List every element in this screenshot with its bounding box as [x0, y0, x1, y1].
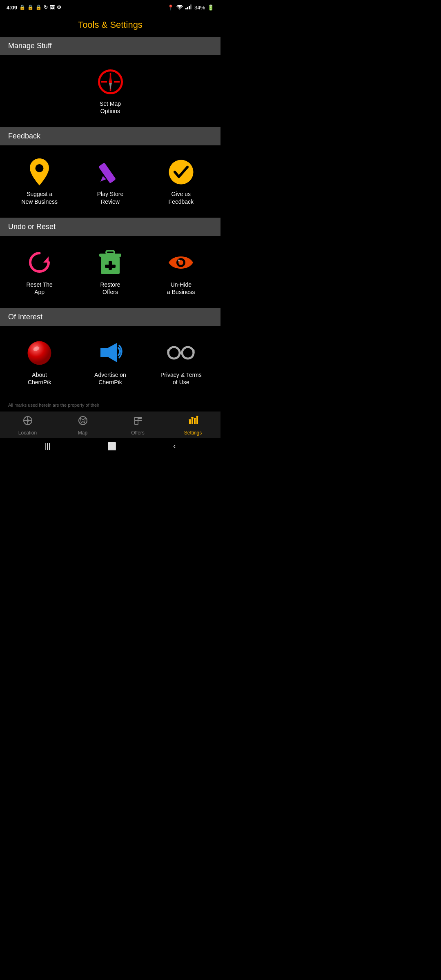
- footer-text: All marks used herein are the property o…: [8, 403, 99, 408]
- play-store-review-label: Play StoreReview: [97, 190, 124, 205]
- svg-marker-18: [43, 256, 49, 263]
- svg-rect-2: [187, 7, 188, 9]
- restore-offers-label: RestoreOffers: [100, 281, 120, 296]
- svg-rect-42: [192, 418, 193, 424]
- nav-location-label: Location: [18, 430, 37, 436]
- manage-grid: Set MapOptions: [0, 55, 220, 127]
- reset-pink-icon: [25, 248, 54, 277]
- advertise-item[interactable]: Advertise onCherriPik: [75, 334, 145, 390]
- set-map-options-item[interactable]: Set MapOptions: [4, 63, 216, 119]
- wifi-icon: [176, 4, 183, 11]
- nav-location[interactable]: Location: [0, 415, 55, 436]
- section-manage-title: Manage Stuff: [8, 42, 52, 50]
- section-reset-title: Undo or Reset: [8, 223, 56, 231]
- time: 4:09: [7, 4, 17, 11]
- svg-rect-4: [190, 4, 192, 9]
- sync-icon: ↻: [44, 4, 48, 10]
- nav-offers-label: Offers: [131, 430, 144, 436]
- back-button[interactable]: ‹: [173, 442, 176, 450]
- pencil-purple-icon: [96, 158, 125, 186]
- signal-icon: [185, 4, 192, 11]
- status-left: 4:09 🔒 🔒 🔒 ↻ 🖼 ⚙: [7, 4, 61, 11]
- svg-rect-1: [185, 8, 187, 9]
- interest-row: AboutCherriPik Advertise onCherriPik: [4, 334, 216, 390]
- nav-map-label: Map: [78, 430, 87, 436]
- reset-app-label: Reset TheApp: [26, 281, 52, 296]
- svg-rect-23: [106, 251, 114, 254]
- restore-green-icon: [96, 248, 125, 277]
- page-header: Tools & Settings: [0, 15, 220, 37]
- nav-settings[interactable]: Settings: [165, 415, 220, 436]
- play-store-review-item[interactable]: Play StoreReview: [75, 154, 145, 209]
- recents-button[interactable]: |||: [45, 442, 51, 450]
- svg-rect-46: [191, 417, 194, 418]
- svg-point-39: [79, 416, 87, 425]
- svg-marker-11: [109, 74, 112, 81]
- footer-text-area: All marks used herein are the property o…: [0, 399, 220, 412]
- svg-marker-29: [100, 343, 117, 362]
- location-nav-icon: [22, 415, 33, 428]
- svg-marker-12: [109, 83, 112, 89]
- advertise-label: Advertise onCherriPik: [94, 371, 126, 386]
- svg-point-0: [179, 8, 180, 9]
- ball-red-icon: [25, 339, 54, 367]
- svg-rect-47: [194, 418, 196, 419]
- page-title: Tools & Settings: [78, 20, 143, 30]
- svg-point-38: [27, 419, 29, 422]
- section-interest-title: Of Interest: [8, 313, 42, 321]
- bottom-nav: Location Map Offers: [0, 412, 220, 438]
- nav-map[interactable]: Map: [55, 415, 110, 436]
- settings-status-icon: ⚙: [57, 4, 61, 10]
- nav-offers[interactable]: Offers: [110, 415, 165, 436]
- restore-offers-item[interactable]: RestoreOffers: [75, 244, 145, 300]
- system-nav: ||| ⬜ ‹: [0, 438, 220, 454]
- status-bar: 4:09 🔒 🔒 🔒 ↻ 🖼 ⚙ 📍 34% 🔋: [0, 0, 220, 15]
- svg-point-27: [28, 341, 51, 365]
- compass-red-icon: [96, 67, 125, 96]
- battery-text: 34%: [194, 4, 205, 11]
- location-status-icon: 📍: [167, 4, 174, 11]
- suggest-business-label: Suggest aNew Business: [21, 190, 58, 205]
- section-feedback-title: Feedback: [8, 132, 40, 140]
- feedback-grid: Suggest aNew Business Play StoreReview: [0, 145, 220, 217]
- svg-rect-3: [189, 6, 190, 9]
- svg-rect-44: [196, 416, 198, 424]
- map-nav-icon: [78, 415, 88, 428]
- give-feedback-item[interactable]: Give usFeedback: [146, 154, 216, 209]
- pin-yellow-icon: [25, 158, 54, 186]
- about-cherripik-label: AboutCherriPik: [28, 371, 51, 386]
- photo-icon: 🖼: [50, 4, 55, 10]
- privacy-label: Privacy & Termsof Use: [160, 371, 202, 386]
- battery-icon: 🔋: [207, 4, 214, 11]
- svg-point-26: [178, 259, 180, 261]
- about-cherripik-item[interactable]: AboutCherriPik: [4, 334, 75, 390]
- svg-rect-48: [196, 416, 198, 416]
- suggest-business-item[interactable]: Suggest aNew Business: [4, 154, 75, 209]
- nav-settings-label: Settings: [184, 430, 202, 436]
- svg-rect-45: [189, 419, 191, 420]
- svg-rect-43: [194, 419, 196, 424]
- megaphone-blue-icon: [96, 339, 125, 367]
- set-map-options-label: Set MapOptions: [100, 100, 121, 115]
- svg-point-31: [182, 347, 194, 359]
- settings-nav-icon: [188, 415, 198, 428]
- unhide-business-label: Un-Hidea Business: [167, 281, 195, 296]
- reset-row: Reset TheApp RestoreOffers: [4, 244, 216, 300]
- reset-app-item[interactable]: Reset TheApp: [4, 244, 75, 300]
- notification-icon2: 🔒: [27, 4, 33, 10]
- home-button[interactable]: ⬜: [107, 442, 116, 451]
- reset-grid: Reset TheApp RestoreOffers: [0, 236, 220, 308]
- unhide-business-item[interactable]: Un-Hidea Business: [146, 244, 216, 300]
- glasses-gray-icon: [167, 339, 195, 367]
- manage-row: Set MapOptions: [4, 63, 216, 119]
- svg-point-30: [168, 347, 180, 359]
- section-feedback-header: Feedback: [0, 127, 220, 145]
- notification-icon3: 🔒: [36, 4, 42, 10]
- svg-rect-41: [189, 420, 191, 424]
- section-interest-header: Of Interest: [0, 308, 220, 326]
- interest-grid: AboutCherriPik Advertise onCherriPik: [0, 326, 220, 398]
- status-right: 📍 34% 🔋: [167, 4, 214, 11]
- svg-point-13: [36, 164, 44, 172]
- check-yellow-icon: [167, 158, 195, 186]
- privacy-item[interactable]: Privacy & Termsof Use: [146, 334, 216, 390]
